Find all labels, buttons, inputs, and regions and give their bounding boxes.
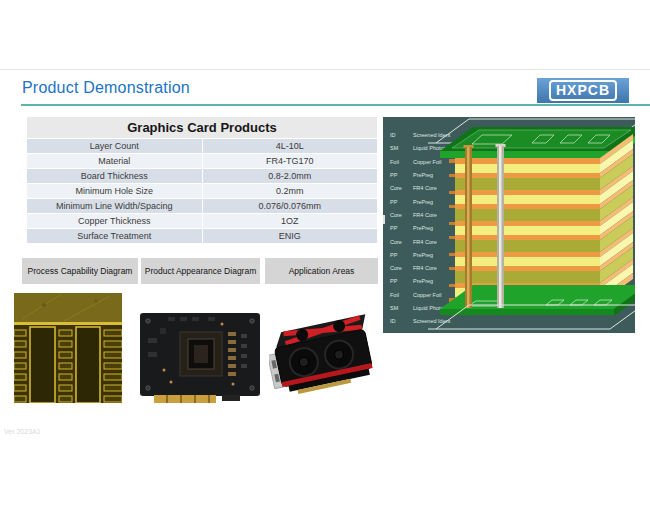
layer-abbr: PP xyxy=(390,253,413,259)
spec-value: FR4-TG170 xyxy=(203,154,378,168)
layer-abbr: Foil xyxy=(390,293,413,299)
spec-row: Material FR4-TG170 xyxy=(27,154,377,168)
layer-abbr: Core xyxy=(390,266,413,272)
layer-abbr: ID xyxy=(390,133,413,139)
spec-label: Board Thickness xyxy=(27,169,202,183)
layer-abbr: SM xyxy=(390,306,413,312)
slide: Product Demonstration HXPCB Graphics Car… xyxy=(0,0,650,510)
assembled-graphics-card-illustration xyxy=(269,308,377,402)
spec-value: 4L-10L xyxy=(203,139,378,153)
pcb-stackup-diagram: ID Screened Ident SM Liquid Photoimageab… xyxy=(383,117,635,333)
page-title: Product Demonstration xyxy=(22,79,190,97)
spec-row: Board Thickness 0.8-2.0mm xyxy=(27,169,377,183)
edge-mark xyxy=(383,215,385,224)
tab-button[interactable]: Product Appearance Diagram xyxy=(141,258,260,284)
spec-row: Copper Thickness 1OZ xyxy=(27,214,377,228)
spec-label: Layer Count xyxy=(27,139,202,153)
spec-value: 0.8-2.0mm xyxy=(203,169,378,183)
hxpcb-logo-text: HXPCB xyxy=(549,80,617,101)
version-label: Ver 2023A1 xyxy=(4,428,41,435)
tab-button[interactable]: Process Capability Diagram xyxy=(22,258,138,284)
layer-abbr: Foil xyxy=(390,160,413,166)
spec-table: Graphics Card Products Layer Count 4L-10… xyxy=(26,116,378,244)
photo-pcb-trace-macro xyxy=(14,293,122,403)
spec-value: 0.2mm xyxy=(203,184,378,198)
photo-assembled-graphics-card xyxy=(269,308,377,402)
pcb-trace-macro-illustration xyxy=(14,293,122,403)
spec-label: Surface Treatment xyxy=(27,229,202,243)
top-divider xyxy=(0,69,650,70)
bare-graphics-card-pcb-illustration xyxy=(138,310,262,403)
spec-row: Minimum Hole Size 0.2mm xyxy=(27,184,377,198)
layer-abbr: PP xyxy=(390,226,413,232)
spec-value: 0.076/0.076mm xyxy=(203,199,378,213)
spec-row: Layer Count 4L-10L xyxy=(27,139,377,153)
spec-label: Minimum Hole Size xyxy=(27,184,202,198)
layer-abbr: PP xyxy=(390,173,413,179)
hxpcb-logo: HXPCB xyxy=(537,78,629,103)
spec-table-title: Graphics Card Products xyxy=(27,117,377,138)
layer-abbr: Core xyxy=(390,186,413,192)
stackup-3d-illustration xyxy=(428,117,635,333)
spec-value: 1OZ xyxy=(203,214,378,228)
tab-button[interactable]: Application Areas xyxy=(265,258,378,284)
spec-value: ENIG xyxy=(203,229,378,243)
spec-row: Surface Treatment ENIG xyxy=(27,229,377,243)
spec-row: Minimum Line Width/Spacing 0.076/0.076mm xyxy=(27,199,377,213)
layer-abbr: SM xyxy=(390,146,413,152)
accent-divider xyxy=(21,104,650,106)
spec-label: Material xyxy=(27,154,202,168)
layer-abbr: Core xyxy=(390,240,413,246)
layer-abbr: Core xyxy=(390,213,413,219)
layer-abbr: ID xyxy=(390,319,413,325)
spec-label: Copper Thickness xyxy=(27,214,202,228)
spec-label: Minimum Line Width/Spacing xyxy=(27,199,202,213)
layer-abbr: PP xyxy=(390,279,413,285)
photo-bare-graphics-card-pcb xyxy=(138,310,262,403)
layer-abbr: PP xyxy=(390,200,413,206)
tab-bar: Process Capability Diagram Product Appea… xyxy=(22,258,378,284)
